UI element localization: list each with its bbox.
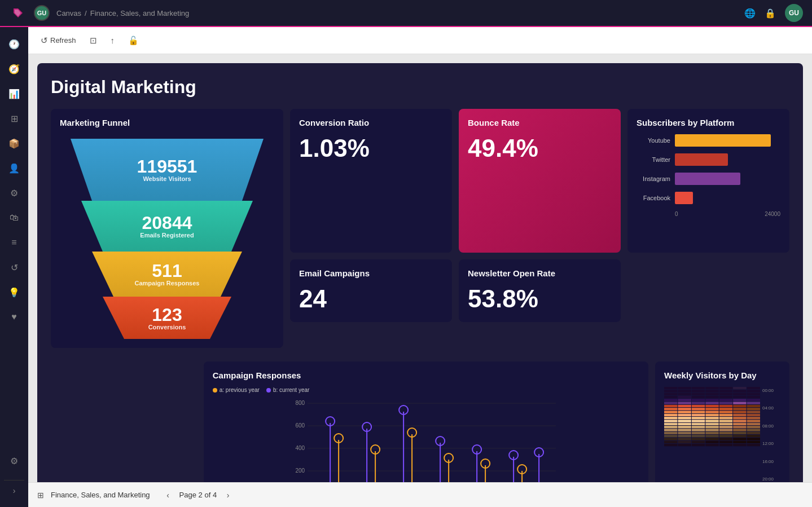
dashboard-title: Digital Marketing [51,77,789,98]
funnel-conversions: 123 Conversions [60,297,274,339]
svg-rect-153 [733,432,746,434]
conversion-ratio-panel: Conversion Ratio 1.03% [290,109,452,253]
svg-rect-48 [733,387,746,389]
svg-rect-163 [678,438,691,440]
sidebar-item-box[interactable]: 📦 [4,133,24,153]
screen-button[interactable]: ⊡ [86,33,100,48]
funnel-title: Marketing Funnel [60,118,274,127]
sidebar-item-heart[interactable]: ♥ [4,307,24,327]
newsletter-title: Newsletter Open Rate [468,268,612,278]
svg-rect-141 [664,429,677,431]
svg-rect-156 [678,435,691,437]
sidebar-item-list[interactable]: ≡ [4,232,24,253]
email-campaigns-title: Email Campaigns [299,268,443,278]
user-avatar[interactable]: GU [785,4,803,22]
lock-icon[interactable]: 🔒 [765,8,776,19]
user-avatar-small: GU [34,5,50,21]
sidebar-item-compass[interactable]: 🧭 [4,59,24,79]
bottom-bar-title: Finance, Sales, and Marketing [51,491,150,499]
svg-rect-158 [705,435,718,437]
svg-rect-160 [733,435,746,437]
subscribers-panel: Subscribers by Platform Youtube Twitter [627,109,789,253]
svg-rect-146 [733,429,746,431]
sidebar-item-chart[interactable]: 📊 [4,83,24,104]
page-nav: ‹ Page 2 of 4 › [161,488,235,502]
svg-rect-85 [664,405,677,407]
platform-name-twitter: Twitter [637,156,670,163]
campaign-title: Campaign Responses [213,371,639,380]
svg-rect-105 [747,411,760,413]
svg-rect-81 [705,402,718,404]
svg-rect-119 [747,417,760,419]
svg-rect-166 [719,438,732,440]
sidebar-item-person[interactable]: 👤 [4,158,24,178]
svg-rect-155 [664,435,677,437]
funnel-panel: Marketing Funnel 119551 Website Visitors [51,109,283,348]
svg-rect-159 [719,435,732,437]
svg-rect-171 [692,441,705,443]
page-text: Page 2 of 4 [179,491,217,499]
sidebar-item-bulb[interactable]: 💡 [4,282,24,302]
svg-rect-58 [678,393,691,395]
weekly-label-1200: 12:00 [762,441,780,446]
sidebar-item-table[interactable]: ⊞ [4,108,24,129]
page-prev-button[interactable]: ‹ [161,488,175,502]
sidebar-item-settings2[interactable]: ⚙ [4,183,24,203]
dashboard-card: Digital Marketing Marketing Funnel 11955… [37,63,803,482]
svg-rect-152 [719,432,732,434]
sidebar-item-clock[interactable]: 🕐 [4,34,24,54]
page-next-button[interactable]: › [221,488,235,502]
svg-rect-95 [705,408,718,410]
svg-rect-114 [678,417,691,419]
svg-rect-82 [719,402,732,404]
svg-rect-142 [678,429,691,431]
svg-rect-154 [747,432,760,434]
svg-rect-96 [719,408,732,410]
sidebar: 🕐 🧭 📊 ⊞ 📦 👤 ⚙ 🛍 ≡ ↺ 💡 ♥ ⚙ › [0,27,28,507]
weekly-heatmap: // This is inside SVG, won't execute - u… [664,387,760,482]
svg-rect-76 [733,399,746,401]
svg-rect-122 [692,420,705,422]
funnel-conversions-value: 123 [152,306,182,324]
svg-rect-64 [664,396,677,398]
bounce-rate-title: Bounce Rate [468,118,612,127]
svg-rect-106 [664,414,677,416]
email-campaigns-value: 24 [299,285,443,313]
svg-rect-144 [705,429,718,431]
funnel-responses: 511 Campaign Responses [60,252,274,297]
lock-toolbar-button[interactable]: 🔓 [125,33,142,48]
sidebar-item-gear[interactable]: ⚙ [4,451,24,471]
svg-rect-113 [664,417,677,419]
platform-bar-facebook [675,192,693,204]
platform-row-youtube: Youtube [637,134,780,147]
svg-rect-110 [719,414,732,416]
svg-rect-132 [733,423,746,425]
svg-rect-150 [692,432,705,434]
share-button[interactable]: ↑ [107,33,118,47]
globe-icon[interactable]: 🌐 [744,8,756,19]
svg-rect-124 [719,420,732,422]
platform-row-instagram: Instagram [637,173,780,185]
grid-icon: ⊞ [37,491,44,500]
weekly-label-0800: 08:00 [762,424,780,429]
svg-rect-61 [719,393,732,395]
sidebar-item-refresh[interactable]: ↺ [4,257,24,277]
weekly-label-0000: 00:00 [762,388,780,393]
funnel-level-2: 20844 Emails Registered [60,201,274,252]
svg-rect-45 [692,387,705,389]
svg-rect-165 [705,438,718,440]
legend-label-prev: a: previous year [220,387,260,393]
refresh-button[interactable]: ↺ Refresh [37,33,80,48]
svg-rect-52 [692,390,705,392]
platform-bar-wrap-twitter [675,153,780,166]
svg-rect-62 [733,393,746,395]
sidebar-item-bag[interactable]: 🛍 [4,208,24,228]
svg-rect-57 [664,393,677,395]
svg-rect-67 [705,396,718,398]
svg-rect-173 [719,441,732,443]
share-icon: ↑ [111,36,115,45]
sidebar-collapse-btn[interactable]: › [4,480,24,500]
top-bar-right: 🌐 🔒 GU [744,4,803,22]
svg-rect-181 [733,444,746,446]
svg-rect-47 [719,387,732,389]
